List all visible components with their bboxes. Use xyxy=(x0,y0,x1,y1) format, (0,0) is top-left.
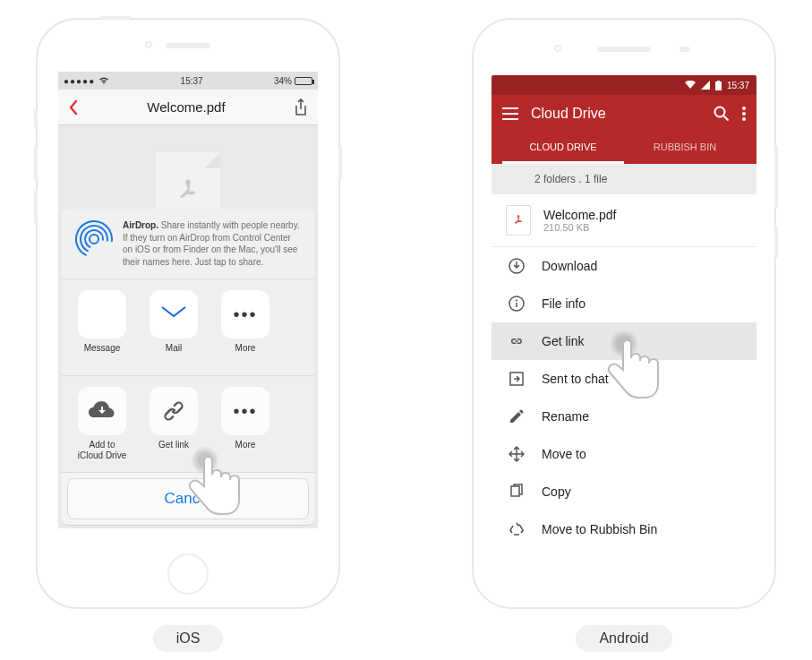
iphone-home-button xyxy=(167,553,209,595)
android-volume-rocker xyxy=(774,145,778,208)
menu-copy[interactable]: Copy xyxy=(491,473,756,510)
svg-rect-5 xyxy=(715,81,722,90)
menu-sent-to-label: Sent to chat xyxy=(542,372,609,386)
send-icon xyxy=(508,371,526,387)
menu-get-link-label: Get link xyxy=(542,334,584,348)
action-more-label: More xyxy=(218,440,273,461)
file-header: Welcome.pdf 210.50 KB xyxy=(491,194,756,247)
wifi-icon xyxy=(685,81,696,90)
battery-icon xyxy=(715,81,722,90)
link-icon xyxy=(150,387,198,435)
android-tabs: CLOUD DRIVE RUBBISH BIN xyxy=(502,133,746,164)
app-bar-title: Cloud Drive xyxy=(531,106,701,122)
svg-point-8 xyxy=(742,107,746,110)
tab-rubbish-bin[interactable]: RUBBISH BIN xyxy=(624,133,746,164)
iphone-power-button xyxy=(338,145,342,179)
ios-status-bar: ●●●●● 15:37 34% xyxy=(58,72,318,90)
copy-icon xyxy=(508,484,526,500)
menu-rename[interactable]: Rename xyxy=(491,398,756,435)
menu-file-info[interactable]: File info xyxy=(491,285,756,322)
search-icon[interactable] xyxy=(714,106,730,122)
airdrop-section[interactable]: AirDrop. Share instantly with people nea… xyxy=(62,209,314,279)
message-icon xyxy=(78,290,126,339)
signal-dots-icon: ●●●●● xyxy=(64,76,95,86)
share-mail-app[interactable]: Mail xyxy=(146,290,201,364)
icloud-drive-icon xyxy=(78,387,126,435)
android-app-bar: Cloud Drive CLOUD DRIVE RUBBISH BIN xyxy=(491,95,756,164)
iphone-speaker xyxy=(166,43,210,48)
iphone-volume-down xyxy=(34,190,38,224)
action-get-link[interactable]: Get link xyxy=(146,387,201,461)
back-button[interactable] xyxy=(67,99,80,116)
hamburger-menu-icon[interactable] xyxy=(502,107,518,120)
share-more-apps[interactable]: ••• More xyxy=(218,290,273,364)
iphone-top-button xyxy=(100,16,131,20)
menu-move-to[interactable]: Move to xyxy=(491,435,756,473)
pdf-file-icon xyxy=(506,205,531,236)
svg-point-7 xyxy=(715,107,725,117)
info-icon xyxy=(508,296,526,312)
menu-get-link[interactable]: Get link xyxy=(491,322,756,360)
action-icloud-label: Add toiCloud Drive xyxy=(74,440,130,461)
airdrop-description: AirDrop. Share instantly with people nea… xyxy=(123,219,302,268)
svg-point-1 xyxy=(82,227,107,252)
action-more[interactable]: ••• More xyxy=(218,387,273,461)
svg-point-13 xyxy=(516,300,517,302)
more-icon: ••• xyxy=(221,290,269,339)
menu-download[interactable]: Download xyxy=(491,247,756,285)
menu-file-info-label: File info xyxy=(542,296,585,311)
wifi-icon xyxy=(98,76,109,86)
battery-icon xyxy=(295,77,312,85)
folder-summary: 2 folders . 1 file xyxy=(491,164,756,194)
android-camera xyxy=(554,45,561,52)
tab-cloud-drive[interactable]: CLOUD DRIVE xyxy=(502,133,624,164)
ios-status-time: 15:37 xyxy=(181,76,203,86)
svg-point-0 xyxy=(90,235,98,244)
svg-rect-15 xyxy=(511,486,519,496)
share-message-app[interactable]: Message xyxy=(74,290,130,364)
svg-rect-4 xyxy=(161,305,186,323)
iphone-camera xyxy=(145,41,152,48)
link-icon xyxy=(508,333,526,349)
iphone-mute-switch xyxy=(34,109,38,129)
file-size: 210.50 KB xyxy=(543,222,616,233)
pencil-icon xyxy=(508,408,526,424)
file-name: Welcome.pdf xyxy=(543,208,616,222)
ios-nav-bar: Welcome.pdf xyxy=(58,90,318,125)
download-icon xyxy=(508,258,526,274)
menu-move-rubbish[interactable]: Move to Rubbish Bin xyxy=(491,510,756,548)
android-frame: 15:37 Cloud Drive xyxy=(472,18,776,609)
android-status-time: 15:37 xyxy=(727,81,749,90)
ios-share-sheet: AirDrop. Share instantly with people nea… xyxy=(62,209,314,525)
svg-point-10 xyxy=(742,117,746,121)
ios-battery-percent: 34% xyxy=(274,76,292,86)
menu-sent-to[interactable]: Sent to chat xyxy=(491,360,756,398)
ios-screen: ●●●●● 15:37 34% We xyxy=(58,72,318,528)
share-button[interactable] xyxy=(293,98,309,117)
overflow-menu-icon[interactable] xyxy=(742,107,746,121)
airdrop-icon xyxy=(74,219,114,259)
share-message-label: Message xyxy=(74,343,130,364)
more-icon: ••• xyxy=(221,387,269,435)
android-sensor xyxy=(680,47,690,52)
action-icloud-drive[interactable]: Add toiCloud Drive xyxy=(74,387,130,461)
menu-move-to-label: Move to xyxy=(542,447,586,461)
menu-copy-label: Copy xyxy=(542,484,571,499)
share-actions-row: Add toiCloud Drive Get link ••• More xyxy=(62,376,314,473)
menu-download-label: Download xyxy=(542,259,597,273)
acrobat-icon xyxy=(175,177,201,208)
caption-ios: iOS xyxy=(153,625,224,652)
context-menu: Download File info Get link xyxy=(491,247,756,548)
android-screen: 15:37 Cloud Drive xyxy=(491,75,756,577)
share-apps-row: Message Mail ••• More xyxy=(62,279,314,376)
menu-move-rubbish-label: Move to Rubbish Bin xyxy=(542,522,657,536)
ios-nav-title: Welcome.pdf xyxy=(147,99,225,115)
share-mail-label: Mail xyxy=(146,343,201,364)
android-status-bar: 15:37 xyxy=(491,75,756,95)
cancel-button[interactable]: Cancel xyxy=(67,478,309,519)
svg-rect-6 xyxy=(717,81,720,82)
android-power-button xyxy=(774,226,778,258)
recycle-icon xyxy=(508,521,526,537)
mail-icon xyxy=(150,290,198,339)
menu-rename-label: Rename xyxy=(542,409,589,424)
